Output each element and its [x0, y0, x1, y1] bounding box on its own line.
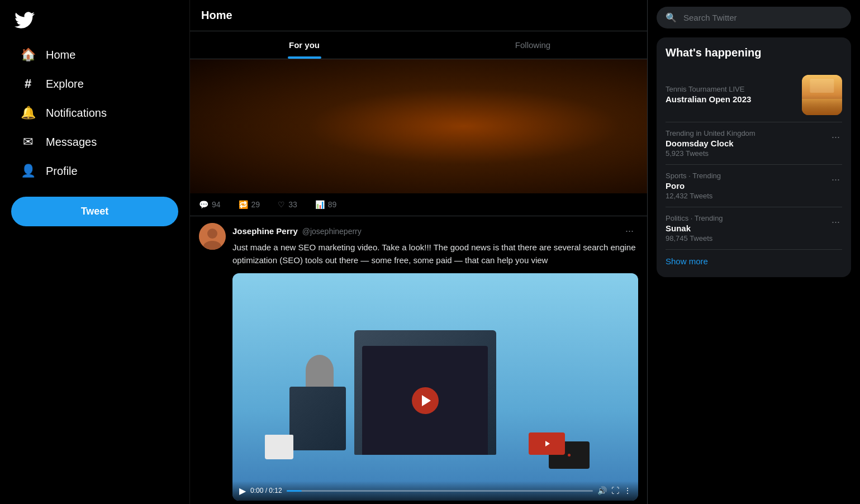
sidebar-item-home[interactable]: 🏠 Home: [11, 40, 178, 69]
sidebar-item-label: Home: [46, 49, 75, 61]
heart-icon: ♡: [278, 200, 285, 209]
trending-more-btn-sunak[interactable]: ···: [829, 214, 842, 230]
top-tweet-media: [190, 59, 647, 193]
tweet-josephine: Josephine Perry @josephineperry ··· Just…: [190, 216, 647, 504]
sidebar-item-label: Messages: [46, 136, 97, 149]
whats-happening-card: What's happening Tennis Tournament LIVE …: [657, 37, 851, 277]
avatar-josephine-image: [199, 223, 226, 250]
trending-item-content: Politics · Trending Sunak 98,745 Tweets: [666, 214, 723, 243]
whats-happening-title: What's happening: [666, 46, 842, 59]
sidebar-item-messages[interactable]: ✉ Messages: [11, 127, 178, 156]
video-controls: ▶ 0:00 / 0:12 🔊 ⛶ ⋮: [232, 481, 638, 501]
sidebar-item-notifications[interactable]: 🔔 Notifications: [11, 98, 178, 127]
tweet-video-embed[interactable]: ▶ 0:00 / 0:12 🔊 ⛶ ⋮: [232, 273, 638, 501]
sunak-count: 98,745 Tweets: [666, 234, 723, 243]
doomsday-count: 5,923 Tweets: [666, 149, 756, 158]
video-right-controls: 🔊 ⛶ ⋮: [597, 486, 631, 495]
trending-item-content: Sports · Trending Poro 12,432 Tweets: [666, 172, 721, 200]
sunak-topic: Sunak: [666, 224, 723, 233]
doomsday-meta: Trending in United Kingdom: [666, 129, 756, 137]
tennis-info: Tennis Tournament LIVE Australian Open 2…: [666, 85, 795, 105]
fullscreen-icon[interactable]: ⛶: [611, 486, 619, 495]
video-time: 0:00 / 0:12: [250, 487, 282, 495]
trending-item-doomsday[interactable]: Trending in United Kingdom Doomsday Cloc…: [666, 122, 842, 165]
poro-topic: Poro: [666, 181, 721, 191]
tweet-button[interactable]: Tweet: [11, 197, 178, 226]
retweet-icon: 🔁: [239, 200, 248, 209]
trending-item-tennis[interactable]: Tennis Tournament LIVE Australian Open 2…: [666, 68, 842, 122]
twitter-bird-icon: [15, 10, 35, 30]
show-more-link[interactable]: Show more: [666, 250, 842, 268]
mail-icon: ✉: [20, 134, 36, 150]
poro-meta: Sports · Trending: [666, 172, 721, 180]
bell-icon: 🔔: [20, 105, 36, 121]
analytics-icon: 📊: [315, 200, 325, 209]
comment-action[interactable]: 💬 94: [199, 200, 221, 209]
top-tweet-image: [190, 59, 647, 193]
feed-tabs: For you Following: [190, 31, 647, 59]
search-input[interactable]: [683, 13, 842, 22]
svg-point-1: [207, 229, 217, 239]
tennis-thumbnail: [802, 75, 842, 115]
tweet-josephine-header: Josephine Perry @josephineperry ···: [232, 223, 638, 239]
retweet-count: 29: [251, 200, 260, 209]
home-icon: 🏠: [20, 47, 36, 63]
main-nav: 🏠 Home # Explore 🔔 Notifications ✉ Messa…: [11, 40, 178, 186]
feed-title: Home: [201, 9, 636, 22]
explore-icon: #: [20, 76, 36, 92]
like-count: 33: [288, 200, 297, 209]
tweet-josephine-name: Josephine Perry: [232, 226, 298, 236]
person-icon: 👤: [20, 163, 36, 179]
doomsday-topic: Doomsday Clock: [666, 139, 756, 148]
main-feed: Home For you Following 💬 94 🔁 29 ♡ 33 📊 …: [190, 0, 648, 504]
video-inner: [232, 273, 638, 501]
sidebar-item-explore[interactable]: # Explore: [11, 69, 178, 98]
tab-following[interactable]: Following: [419, 31, 647, 59]
poro-count: 12,432 Tweets: [666, 192, 721, 200]
tennis-topic: Australian Open 2023: [666, 94, 795, 104]
trending-more-btn-poro[interactable]: ···: [829, 172, 842, 188]
tennis-meta: Tennis Tournament LIVE: [666, 85, 795, 93]
sidebar-item-label: Explore: [46, 78, 84, 91]
like-action[interactable]: ♡ 33: [278, 200, 297, 209]
trending-more-btn[interactable]: ···: [829, 129, 842, 145]
left-sidebar: 🏠 Home # Explore 🔔 Notifications ✉ Messa…: [0, 0, 190, 504]
tweet-josephine-body: Josephine Perry @josephineperry ··· Just…: [232, 223, 638, 504]
comment-count: 94: [212, 200, 221, 209]
tab-for-you[interactable]: For you: [190, 31, 419, 59]
volume-icon[interactable]: 🔊: [597, 486, 607, 495]
tweet-josephine-handle: @josephineperry: [302, 227, 362, 236]
sidebar-item-profile[interactable]: 👤 Profile: [11, 156, 178, 186]
avatar-josephine: [199, 223, 226, 250]
video-play-icon[interactable]: ▶: [239, 486, 246, 496]
play-triangle-icon: [422, 395, 431, 406]
top-tweet-actions: 💬 94 🔁 29 ♡ 33 📊 89: [190, 193, 647, 216]
trending-item-sunak[interactable]: Politics · Trending Sunak 98,745 Tweets …: [666, 207, 842, 250]
comment-icon: 💬: [199, 200, 208, 209]
analytics-count: 89: [328, 200, 337, 209]
tweet-josephine-user: Josephine Perry @josephineperry: [232, 226, 362, 236]
video-play-button[interactable]: [412, 387, 439, 414]
twitter-logo[interactable]: [11, 7, 38, 34]
more-video-options-icon[interactable]: ⋮: [624, 486, 631, 495]
retweet-action[interactable]: 🔁 29: [239, 200, 260, 209]
right-sidebar: 🔍 What's happening Tennis Tournament LIV…: [648, 0, 860, 504]
analytics-action[interactable]: 📊 89: [315, 200, 337, 209]
tweet-josephine-text: Just made a new SEO marketing video. Tak…: [232, 241, 638, 267]
video-progress-bar[interactable]: [287, 490, 593, 492]
sunak-meta: Politics · Trending: [666, 214, 723, 222]
search-icon: 🔍: [666, 12, 677, 23]
search-bar[interactable]: 🔍: [657, 7, 851, 28]
trending-item-poro[interactable]: Sports · Trending Poro 12,432 Tweets ···: [666, 165, 842, 207]
tweet-more-options[interactable]: ···: [621, 223, 638, 239]
video-scene: [232, 273, 638, 501]
trending-item-content: Trending in United Kingdom Doomsday Cloc…: [666, 129, 756, 158]
sidebar-item-label: Profile: [46, 165, 78, 178]
video-progress-fill: [287, 490, 302, 492]
feed-header: Home: [190, 0, 647, 31]
sidebar-item-label: Notifications: [46, 107, 107, 120]
